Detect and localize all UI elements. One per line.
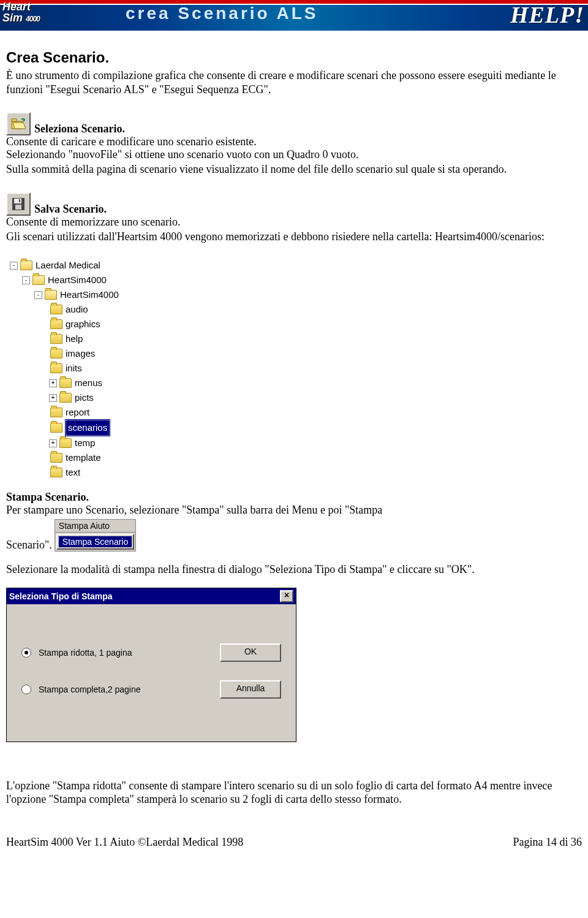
folder-icon — [50, 453, 62, 463]
footer-right: Pagina 14 di 36 — [513, 836, 582, 849]
dialog-titlebar: Seleziona Tipo di Stampa × — [7, 588, 296, 604]
menu-screenshot: Stampa Aiuto Stampa Scenario — [55, 519, 136, 552]
opt1-label: Stampa ridotta, 1 pagina — [39, 648, 132, 658]
tree-item-text[interactable]: text — [10, 465, 582, 480]
tree-l1-label: HeartSim4000 — [48, 273, 107, 287]
radio-icon[interactable] — [21, 648, 31, 658]
stampa-title: Stampa Scenario. — [6, 491, 582, 504]
menu-dropdown: Stampa Scenario — [56, 534, 134, 550]
dialog-close-button[interactable]: × — [280, 590, 293, 602]
folder-icon — [50, 334, 62, 344]
folder-icon — [59, 378, 72, 388]
banner-title: crea Scenario ALS — [126, 4, 318, 23]
tree-item-label: images — [66, 346, 95, 361]
tree-item-temp[interactable]: +temp — [10, 436, 582, 450]
tree-item-label: text — [66, 465, 80, 480]
dialog-option-2[interactable]: Stampa completa,2 pagine Annulla — [21, 680, 281, 699]
seleziona-p1: Consente di caricare e modificare uno sc… — [6, 135, 582, 148]
closing-text: L'opzione "Stampa ridotta" consente di s… — [6, 779, 582, 806]
salva-p1: Consente di memorizzare uno scenario. — [6, 216, 582, 229]
dialog-option-1[interactable]: Stampa ridotta, 1 pagina OK — [21, 643, 281, 662]
folder-icon — [50, 363, 62, 373]
salva-p2: Gli scenari utilizzati dall'Heartsim 400… — [6, 230, 582, 244]
seleziona-title: Seleziona Scenario. — [34, 123, 125, 135]
svg-rect-5 — [19, 199, 20, 202]
tree-item-audio[interactable]: audio — [10, 302, 582, 317]
seleziona-p2: Selezionando "nuovoFile" si ottiene uno … — [6, 148, 582, 161]
svg-rect-3 — [14, 199, 21, 203]
folder-icon — [32, 275, 45, 285]
seleziona-p3: Sulla sommità della pagina di scenario v… — [6, 162, 582, 176]
dialog-body: Stampa ridotta, 1 pagina OK Stampa compl… — [7, 604, 296, 742]
radio-icon[interactable] — [21, 685, 31, 694]
folder-icon — [50, 408, 62, 417]
page-content: Crea Scenario. È uno strumento di compil… — [0, 31, 588, 806]
tree-item-label: temp — [75, 436, 95, 450]
tree-root[interactable]: - Laerdal Medical — [10, 258, 582, 273]
tree-item-label: report — [66, 405, 89, 420]
folder-icon — [45, 290, 57, 300]
logo-line2: Sim — [2, 12, 23, 24]
tree-item-report[interactable]: report — [10, 405, 582, 420]
tree-item-template[interactable]: template — [10, 450, 582, 465]
collapse-icon[interactable]: - — [22, 276, 30, 284]
opt2-label: Stampa completa,2 pagine — [39, 685, 141, 694]
seleziona-row: Seleziona Scenario. — [6, 112, 582, 135]
tree-item-label: help — [66, 332, 83, 346]
tree-item-label: menus — [75, 376, 102, 390]
tree-item-images[interactable]: images — [10, 346, 582, 361]
expand-icon[interactable]: + — [49, 394, 57, 402]
stampa-p1: Per stampare uno Scenario, selezionare "… — [6, 504, 582, 517]
logo-model: 4000 — [26, 15, 40, 23]
collapse-icon[interactable]: - — [34, 291, 42, 299]
tree-item-label: template — [66, 450, 101, 465]
ok-button[interactable]: OK — [220, 643, 281, 662]
tree-item-inits[interactable]: inits — [10, 361, 582, 376]
tree-item-picts[interactable]: +picts — [10, 390, 582, 405]
tree-item-scenarios[interactable]: scenarios — [10, 420, 582, 436]
folder-icon — [20, 260, 32, 270]
cancel-button[interactable]: Annulla — [220, 680, 281, 699]
banner-help: HELP! — [510, 1, 584, 28]
tree-item-help[interactable]: help — [10, 332, 582, 346]
salva-row: Salva Scenario. — [6, 192, 582, 216]
tree-item-graphics[interactable]: graphics — [10, 317, 582, 332]
heartsim-logo: Heart Sim 4000 — [2, 1, 40, 25]
folder-icon — [50, 319, 62, 329]
folder-icon — [50, 468, 62, 477]
tree-item-label: picts — [75, 390, 94, 405]
svg-rect-4 — [15, 205, 21, 210]
folder-tree: - Laerdal Medical - HeartSim4000 - Heart… — [6, 254, 582, 491]
tree-item-label: scenarios — [66, 420, 110, 436]
folder-icon — [50, 423, 62, 433]
collapse-icon[interactable]: - — [10, 262, 18, 270]
stampa-inline-row: Scenario". Stampa Aiuto Stampa Scenario — [6, 519, 582, 552]
footer-left: HeartSim 4000 Ver 1.1 Aiuto ©Laerdal Med… — [6, 836, 243, 849]
folder-icon — [59, 438, 72, 448]
tree-item-label: inits — [66, 361, 82, 376]
print-type-dialog: Seleziona Tipo di Stampa × Stampa ridott… — [6, 588, 296, 742]
open-folder-button[interactable] — [6, 112, 31, 135]
expand-icon[interactable]: + — [49, 439, 57, 447]
svg-rect-1 — [12, 119, 17, 121]
floppy-disk-icon — [12, 197, 25, 211]
tree-item-menus[interactable]: +menus — [10, 376, 582, 390]
expand-icon[interactable]: + — [49, 379, 57, 387]
salva-title: Salva Scenario. — [34, 203, 107, 216]
tree-item-label: graphics — [66, 317, 100, 332]
save-button[interactable] — [6, 192, 31, 216]
open-folder-icon — [11, 118, 26, 130]
menu-bar[interactable]: Stampa Aiuto — [55, 520, 135, 533]
dialog-title: Seleziona Tipo di Stampa — [9, 591, 113, 601]
folder-icon — [50, 349, 62, 358]
tree-l2[interactable]: - HeartSim4000 — [10, 287, 582, 302]
page-title: Crea Scenario. — [6, 49, 582, 66]
header-banner: Heart Sim 4000 crea Scenario ALS HELP! — [0, 0, 588, 31]
stampa-p2: Selezionare la modalità di stampa nella … — [6, 563, 582, 577]
stampa-trail: Scenario". — [6, 539, 52, 552]
tree-item-label: audio — [66, 302, 88, 317]
tree-l1[interactable]: - HeartSim4000 — [10, 273, 582, 287]
page-footer: HeartSim 4000 Ver 1.1 Aiuto ©Laerdal Med… — [0, 817, 588, 857]
menu-item-stampa-scenario[interactable]: Stampa Scenario — [59, 536, 132, 547]
tree-root-label: Laerdal Medical — [36, 258, 100, 273]
